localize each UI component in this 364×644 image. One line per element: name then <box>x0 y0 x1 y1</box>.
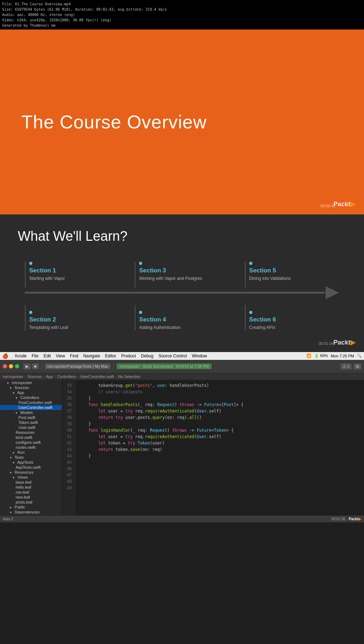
code-content[interactable]: tokenGroup.get("posts", use: handleUserP… <box>75 380 364 515</box>
section-5-desc: Diving into Validations <box>249 276 339 282</box>
macos-menubar: 🍎 Xcode File Edit View Find Navigate Edi… <box>0 352 364 360</box>
search-icon-menu[interactable]: 🔍 <box>357 353 362 358</box>
sidebar-item-base-leaf[interactable]: base.leaf <box>0 480 62 485</box>
section-4-desc: Adding Authentication <box>139 325 229 331</box>
sidebar-item-nav-leaf[interactable]: nav.leaf <box>0 490 62 495</box>
timeline-arrow-row <box>25 287 339 298</box>
sidebar-item-token-swift[interactable]: Token.swift <box>0 420 62 425</box>
view-toggle[interactable]: ⊞ <box>354 363 361 369</box>
sidebar-item-configure[interactable]: configure.swift <box>0 440 62 445</box>
breadcrumb-item-2[interactable]: Sources <box>27 374 42 379</box>
code-line-40: let user = try req.requireAuthenticated(… <box>79 408 360 414</box>
sidebar-item-microposter[interactable]: ▾ microposter <box>0 380 62 385</box>
section-3-top: Section 3 Working with Vapor and Postgre… <box>135 262 229 287</box>
section-3-name: Section 3 <box>139 267 229 274</box>
section-1-top: Section 1 Starting with Vapor <box>25 262 119 287</box>
sidebar-item-resources-top[interactable]: ▾ Resources <box>0 470 62 475</box>
file-info-line5: Generated by Thumbnail me <box>2 23 362 28</box>
section-1-dot <box>29 262 32 265</box>
wifi-icon: 📶 <box>306 353 311 358</box>
run-button[interactable]: ▶ <box>23 363 31 369</box>
packt-logo-2: Packt▶ <box>333 339 355 346</box>
toolbar-right: ⚠ 1 ⊞ <box>341 363 361 369</box>
code-line-42: } <box>79 421 360 427</box>
minimize-button[interactable] <box>9 364 13 368</box>
sidebar-item-boot[interactable]: boot.swift <box>0 435 62 440</box>
apple-icon: 🍎 <box>2 353 8 359</box>
breadcrumb-item-5[interactable]: UserController.swift <box>80 374 114 379</box>
menu-file[interactable]: File <box>32 353 38 358</box>
section-2-dot <box>29 311 32 314</box>
sidebar-item-sources[interactable]: ▾ Sources <box>0 385 62 390</box>
sidebar-item-run[interactable]: ▸ Run <box>0 450 62 455</box>
file-info-line4: Video: h264, yuv420p, 1920x1080, 30.00 f… <box>2 17 362 23</box>
toolbar-separator-2 <box>113 363 114 370</box>
sidebar-item-user-swift[interactable]: User.swift <box>0 425 62 430</box>
menubar-right: 📶 🔋 69% Mon 7:25 PM 🔍 <box>306 353 362 358</box>
section-4-bottom: Section 4 Adding Authentication <box>135 305 229 331</box>
section-5-block: Section 5 Diving into Validations <box>245 262 339 287</box>
sidebar-item-dependencies[interactable]: ▾ Dependencies <box>0 510 62 515</box>
stop-button[interactable]: ■ <box>32 363 39 369</box>
sidebar-item-views[interactable]: ▾ Views <box>0 475 62 480</box>
sidebar-item-usercontroller[interactable]: UserController.swift <box>0 405 62 410</box>
breadcrumb-item-1[interactable]: microposter <box>3 374 23 379</box>
file-info-line2: Size: 65079544 bytes (62.06 MiB), durati… <box>2 7 362 12</box>
bottom-timecode: 00:01:36 <box>331 517 345 521</box>
menu-navigate[interactable]: Navigate <box>83 353 100 358</box>
timecode-2: 00:01:04 <box>318 341 334 346</box>
section-3-dot <box>139 262 142 265</box>
close-button[interactable] <box>3 364 7 368</box>
sidebar-item-routes[interactable]: routes.swift <box>0 445 62 450</box>
breadcrumb-item-4[interactable]: Controllers <box>57 374 76 379</box>
warnings-button[interactable]: ⚠ 1 <box>341 363 352 369</box>
bottom-sections: Section 2 Templating with Leaf Section 4… <box>18 305 346 331</box>
sidebar-item-posts-leaf[interactable]: posts.leaf <box>0 500 62 505</box>
section-1-name: Section 1 <box>29 267 119 274</box>
sidebar-item-post-swift[interactable]: Post.swift <box>0 415 62 420</box>
sidebar-item-postcontroller[interactable]: PostController.swift <box>0 400 62 405</box>
code-line-44: func loginHandler(_ req: Request) throws… <box>79 427 360 433</box>
slide-what-learn-wrapper: What We'll Learn? Section 1 Starting wit… <box>0 214 364 352</box>
code-editor[interactable]: 33 34 35 36 37 38 39 40 41 42 43 44 45 4… <box>62 380 364 515</box>
section-5-dot <box>249 262 252 265</box>
battery-icon: 🔋 69% <box>314 353 328 358</box>
xcode-sidebar: ▾ microposter ▾ Sources ▾ App ▾ Controll… <box>0 380 62 515</box>
sidebar-item-controllers[interactable]: ▾ Controllers <box>0 395 62 400</box>
section-1-desc: Starting with Vapor <box>29 276 119 282</box>
sidebar-item-new-leaf[interactable]: new.leaf <box>0 495 62 500</box>
dep-auth[interactable]: Auth 2.0.0-rc.2L <box>0 515 62 515</box>
maximize-button[interactable] <box>15 364 19 368</box>
menu-editor[interactable]: Editor <box>105 353 116 358</box>
sidebar-item-app[interactable]: ▾ App <box>0 390 62 395</box>
sidebar-item-public[interactable]: ▸ Public <box>0 505 62 510</box>
section-4-block: Section 4 Adding Authentication <box>135 305 229 331</box>
xcode-toolbar: ▶ ■ microposterPackageTests | My Mac mic… <box>0 360 364 373</box>
menu-debug[interactable]: Debug <box>141 353 153 358</box>
sidebar-item-tests[interactable]: ▾ Tests <box>0 455 62 460</box>
sidebar-item-resources[interactable]: Resources <box>0 430 62 435</box>
line-numbers: 33 34 35 36 37 38 39 40 41 42 43 44 45 4… <box>62 380 75 515</box>
section-5-name: Section 5 <box>249 267 339 274</box>
scheme-selector[interactable]: microposterPackageTests | My Mac <box>45 363 111 369</box>
sidebar-item-hello-leaf[interactable]: hello.leaf <box>0 485 62 490</box>
menu-find[interactable]: Find <box>70 353 78 358</box>
bottom-auto: Auto 2 <box>3 517 13 521</box>
sidebar-item-apptests[interactable]: ▾ AppTests <box>0 460 62 465</box>
breadcrumb-item-3[interactable]: App <box>46 374 53 379</box>
menu-xcode[interactable]: Xcode <box>15 353 27 358</box>
code-line-47: return token.save(on: req) <box>79 446 360 453</box>
section-3-desc: Working with Vapor and Postgres <box>139 276 229 282</box>
sidebar-item-apptests-swift[interactable]: AppTests.swift <box>0 465 62 470</box>
xcode-bottom-bar: Auto 2 00:01:36 Packt▶ <box>0 515 364 522</box>
menu-edit[interactable]: Edit <box>43 353 51 358</box>
sidebar-item-models[interactable]: ▾ Models <box>0 410 62 415</box>
menu-product[interactable]: Product <box>121 353 136 358</box>
code-line-41: return try user.posts.query(on: req).all… <box>79 414 360 421</box>
timeline-arrowhead <box>326 286 339 299</box>
menu-window[interactable]: Window <box>192 353 207 358</box>
file-info-line3: Audio: aac, 48000 Hz, stereo (eng) <box>2 12 362 17</box>
code-line-34: // users/:id/posts <box>79 389 360 395</box>
menu-view[interactable]: View <box>56 353 65 358</box>
menu-source-control[interactable]: Source Control <box>159 353 187 358</box>
